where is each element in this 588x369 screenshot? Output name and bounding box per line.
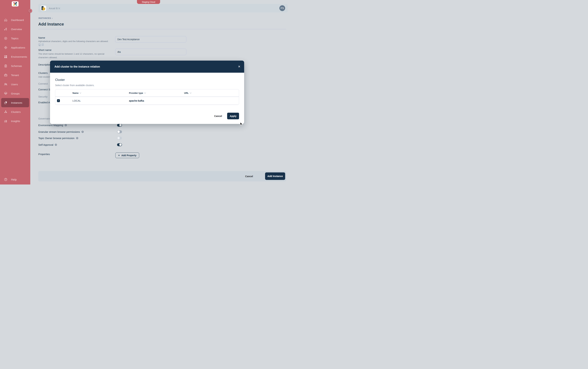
sidebar-item-label: Tenant bbox=[11, 74, 19, 77]
sidebar-item-help[interactable]: Help bbox=[0, 175, 30, 184]
sidebar-item-label: Applications bbox=[11, 46, 25, 49]
toggle-label: Granular stream browse permissions bbox=[38, 130, 80, 133]
instances-icon bbox=[4, 101, 8, 104]
breadcrumb-label[interactable]: INSTANCES bbox=[39, 17, 51, 20]
sidebar-item-instances[interactable]: Instances bbox=[1, 98, 29, 107]
sidebar: Dashboard Overview Topics Applications E… bbox=[0, 0, 30, 184]
connect-support-label: Connect Su bbox=[38, 88, 51, 91]
column-header-name[interactable]: Name bbox=[72, 89, 81, 96]
tenant-logo-icon bbox=[41, 6, 46, 11]
groups-icon bbox=[4, 92, 8, 95]
modal-cancel-button[interactable]: Cancel bbox=[214, 115, 222, 117]
chevron-down-icon bbox=[80, 92, 81, 93]
table-header-row: Name Provider type URL bbox=[55, 89, 239, 97]
environment-badge: Staging Cloud bbox=[137, 0, 160, 4]
modal-title: Add cluster to the instance relation bbox=[54, 65, 100, 68]
environment-mapping-toggle[interactable] bbox=[117, 124, 122, 127]
sidebar-item-topics[interactable]: Topics bbox=[0, 34, 30, 43]
briefcase-icon bbox=[4, 73, 8, 77]
modal-section-title: Cluster bbox=[55, 78, 65, 82]
toggle-row-self-approval: Self Approval bbox=[38, 143, 127, 147]
close-icon[interactable] bbox=[238, 61, 240, 73]
sidebar-item-overview[interactable]: Overview bbox=[0, 24, 30, 34]
column-header-url[interactable]: URL bbox=[184, 89, 191, 96]
plus-icon bbox=[118, 154, 120, 157]
sidebar-item-insights[interactable]: Insights bbox=[0, 116, 30, 126]
toggle-label: Self Approval bbox=[38, 143, 53, 146]
sidebar-nav: Dashboard Overview Topics Applications E… bbox=[0, 15, 30, 126]
properties-label: Properties bbox=[38, 153, 50, 155]
modal-header: Add cluster to the instance relation bbox=[50, 61, 244, 73]
sidebar-item-environments[interactable]: Environments bbox=[0, 52, 30, 61]
table-row[interactable]: LOCAL apache-kafka bbox=[55, 97, 239, 105]
modal-actions: Cancel Apply bbox=[214, 113, 239, 119]
users-icon bbox=[4, 82, 8, 86]
name-input[interactable] bbox=[115, 36, 186, 42]
name-helper-text: Alphabetical characters, digits and the … bbox=[38, 40, 108, 42]
sidebar-item-label: Insights bbox=[11, 120, 20, 123]
name-label: Name bbox=[38, 36, 45, 39]
clusters-helper: Add clusters bbox=[38, 75, 50, 79]
sidebar-item-dashboard[interactable]: Dashboard bbox=[0, 15, 30, 24]
sidebar-item-label: Dashboard bbox=[11, 19, 24, 21]
toggle-row-granular-stream: Granular stream browse permissions bbox=[38, 130, 127, 134]
toggle-knob bbox=[119, 144, 122, 146]
cluster-table: Name Provider type URL LOCAL apache-kafk… bbox=[55, 89, 239, 105]
topic-owner-toggle[interactable] bbox=[117, 137, 122, 140]
user-avatar[interactable]: PS bbox=[279, 5, 285, 11]
info-icon[interactable] bbox=[76, 137, 78, 139]
row-checkbox[interactable] bbox=[57, 99, 60, 102]
toggle-knob bbox=[117, 137, 120, 139]
clusters-label: Clusters bbox=[38, 72, 48, 74]
allowed-char-chip: . bbox=[41, 43, 44, 46]
sidebar-collapse-button[interactable] bbox=[28, 9, 32, 13]
name-helper: Alphabetical characters, digits and the … bbox=[38, 40, 110, 47]
add-property-button[interactable]: Add Property bbox=[115, 153, 139, 158]
sidebar-item-label: Clusters bbox=[11, 111, 21, 113]
security-section-label: Security bbox=[38, 95, 48, 98]
record-icon bbox=[4, 37, 8, 40]
axual-logo-icon[interactable] bbox=[12, 1, 19, 7]
self-approval-toggle[interactable] bbox=[117, 143, 122, 146]
enabled-auth-label: Enabled Au bbox=[38, 101, 51, 104]
column-header-provider-type[interactable]: Provider type bbox=[129, 89, 146, 96]
granular-stream-toggle[interactable] bbox=[117, 130, 122, 133]
sidebar-item-label: Help bbox=[11, 178, 17, 181]
sidebar-item-users[interactable]: Users bbox=[0, 80, 30, 89]
info-icon[interactable] bbox=[81, 131, 84, 133]
sidebar-item-label: Groups bbox=[11, 92, 20, 95]
cell-name: LOCAL bbox=[72, 97, 81, 104]
sidebar-item-label: Environments bbox=[11, 55, 27, 58]
insights-icon bbox=[4, 119, 8, 123]
info-icon[interactable] bbox=[55, 144, 57, 146]
chevron-down-icon bbox=[190, 92, 191, 93]
add-property-label: Add Property bbox=[121, 154, 136, 157]
allowed-chars-row: _ . bbox=[38, 43, 44, 46]
sidebar-item-groups[interactable]: Groups bbox=[0, 89, 30, 98]
cancel-button[interactable]: Cancel bbox=[245, 171, 253, 181]
cluster-icon bbox=[4, 110, 8, 114]
sidebar-item-tenant[interactable]: Tenant bbox=[0, 71, 30, 80]
help-circle-icon bbox=[4, 178, 8, 182]
column-label: URL bbox=[184, 92, 189, 94]
footer-action-bar: Cancel Add Instance bbox=[38, 171, 286, 181]
info-icon[interactable] bbox=[65, 124, 67, 126]
diamond-icon bbox=[4, 46, 8, 49]
short-name-label: Short name bbox=[38, 49, 51, 51]
modal-subtitle: Select cluster from available clusters. bbox=[55, 84, 94, 87]
sidebar-item-applications[interactable]: Applications bbox=[0, 43, 30, 52]
sidebar-item-clusters[interactable]: Clusters bbox=[0, 107, 30, 116]
short-name-helper: The short name should be between 1 and 1… bbox=[38, 52, 114, 59]
sidebar-item-label: Topics bbox=[11, 37, 19, 40]
chevron-right-icon: › bbox=[52, 17, 53, 20]
sidebar-item-schemas[interactable]: Schemas bbox=[0, 61, 30, 71]
toggle-knob bbox=[119, 124, 122, 126]
clipboard-icon bbox=[4, 64, 8, 68]
breadcrumb[interactable]: INSTANCES› bbox=[39, 17, 53, 20]
add-instance-button[interactable]: Add Instance bbox=[265, 172, 285, 180]
nodes-icon bbox=[4, 27, 8, 31]
cell-provider-type: apache-kafka bbox=[129, 97, 144, 104]
page-title: Add Instance bbox=[38, 22, 64, 27]
apply-button[interactable]: Apply bbox=[227, 113, 239, 119]
short-name-input[interactable] bbox=[115, 49, 186, 55]
